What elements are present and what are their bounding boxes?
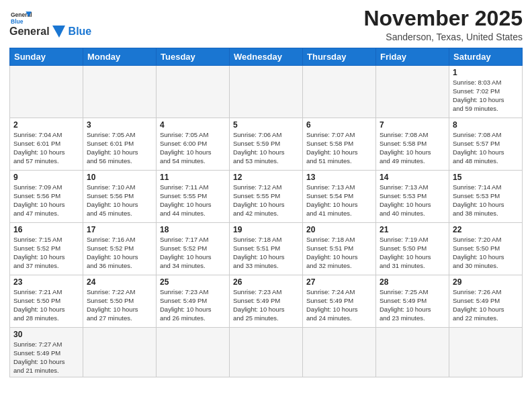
calendar-cell: 13Sunrise: 7:13 AM Sunset: 5:54 PM Dayli… [303,171,376,223]
day-number: 8 [453,120,519,130]
calendar-cell [83,328,157,377]
calendar-cell [10,66,83,118]
day-info: Sunrise: 7:25 AM Sunset: 5:49 PM Dayligh… [380,288,445,322]
day-number: 10 [87,173,152,182]
calendar-cell: 27Sunrise: 7:24 AM Sunset: 5:49 PM Dayli… [303,275,376,328]
header-tuesday: Tuesday [157,48,230,66]
calendar-cell: 25Sunrise: 7:23 AM Sunset: 5:49 PM Dayli… [157,275,230,328]
calendar-cell: 22Sunrise: 7:20 AM Sunset: 5:50 PM Dayli… [449,223,523,275]
calendar-cell [376,66,449,118]
day-info: Sunrise: 7:18 AM Sunset: 5:51 PM Dayligh… [233,236,299,270]
day-number: 15 [453,173,519,182]
day-number: 11 [160,173,226,182]
day-info: Sunrise: 7:24 AM Sunset: 5:49 PM Dayligh… [306,288,372,322]
header-monday: Monday [83,48,157,66]
calendar-cell: 10Sunrise: 7:10 AM Sunset: 5:56 PM Dayli… [83,171,157,223]
calendar-cell: 3Sunrise: 7:05 AM Sunset: 6:01 PM Daylig… [83,118,157,171]
header: General Blue General Blue November 2025 … [9,7,523,42]
day-number: 27 [306,277,372,287]
day-number: 24 [87,277,152,287]
calendar-cell: 5Sunrise: 7:06 AM Sunset: 5:59 PM Daylig… [230,118,303,171]
day-info: Sunrise: 7:05 AM Sunset: 6:01 PM Dayligh… [87,131,152,165]
day-info: Sunrise: 7:17 AM Sunset: 5:52 PM Dayligh… [160,236,226,270]
svg-marker-3 [52,26,65,38]
calendar-cell: 12Sunrise: 7:12 AM Sunset: 5:55 PM Dayli… [230,171,303,223]
day-info: Sunrise: 7:15 AM Sunset: 5:52 PM Dayligh… [13,236,79,270]
calendar-cell: 6Sunrise: 7:07 AM Sunset: 5:58 PM Daylig… [303,118,376,171]
header-thursday: Thursday [303,48,376,66]
month-title: November 2025 [363,7,523,30]
location-subtitle: Sanderson, Texas, United States [363,32,523,42]
logo-general: General [9,26,50,38]
calendar-cell: 2Sunrise: 7:04 AM Sunset: 6:01 PM Daylig… [10,118,83,171]
day-number: 5 [233,120,299,130]
calendar-cell: 9Sunrise: 7:09 AM Sunset: 5:56 PM Daylig… [10,171,83,223]
day-number: 23 [13,277,79,287]
day-info: Sunrise: 7:11 AM Sunset: 5:55 PM Dayligh… [160,183,226,218]
calendar-cell [157,328,230,377]
title-area: November 2025 Sanderson, Texas, United S… [363,7,523,42]
calendar-cell: 26Sunrise: 7:23 AM Sunset: 5:49 PM Dayli… [230,275,303,328]
day-number: 6 [306,120,372,130]
logo: General Blue General Blue [9,9,91,39]
week-row-4: 16Sunrise: 7:15 AM Sunset: 5:52 PM Dayli… [10,223,523,275]
logo-blue: Blue [69,26,92,38]
day-info: Sunrise: 7:21 AM Sunset: 5:50 PM Dayligh… [13,288,79,322]
header-sunday: Sunday [10,48,83,66]
week-row-5: 23Sunrise: 7:21 AM Sunset: 5:50 PM Dayli… [10,275,523,328]
day-number: 16 [13,225,79,234]
calendar-cell: 8Sunrise: 7:08 AM Sunset: 5:57 PM Daylig… [449,118,523,171]
day-number: 30 [13,330,79,339]
day-number: 25 [160,277,226,287]
day-info: Sunrise: 7:26 AM Sunset: 5:49 PM Dayligh… [453,288,519,322]
day-number: 12 [233,173,299,182]
calendar-table: Sunday Monday Tuesday Wednesday Thursday… [9,48,523,377]
day-number: 22 [453,225,519,234]
day-number: 2 [13,120,79,130]
calendar-cell [303,66,376,118]
header-saturday: Saturday [449,48,523,66]
calendar-cell: 29Sunrise: 7:26 AM Sunset: 5:49 PM Dayli… [449,275,523,328]
day-info: Sunrise: 7:09 AM Sunset: 5:56 PM Dayligh… [13,183,79,218]
day-number: 14 [380,173,445,182]
day-number: 29 [453,277,519,287]
day-number: 18 [160,225,226,234]
header-friday: Friday [376,48,449,66]
day-number: 7 [380,120,445,130]
calendar-cell: 20Sunrise: 7:18 AM Sunset: 5:51 PM Dayli… [303,223,376,275]
day-number: 20 [306,225,372,234]
day-info: Sunrise: 7:08 AM Sunset: 5:58 PM Dayligh… [380,131,445,165]
day-info: Sunrise: 7:19 AM Sunset: 5:50 PM Dayligh… [380,236,445,270]
day-number: 13 [306,173,372,182]
day-info: Sunrise: 7:05 AM Sunset: 6:00 PM Dayligh… [160,131,226,165]
calendar-cell: 18Sunrise: 7:17 AM Sunset: 5:52 PM Dayli… [157,223,230,275]
calendar-cell: 7Sunrise: 7:08 AM Sunset: 5:58 PM Daylig… [376,118,449,171]
calendar-cell: 14Sunrise: 7:13 AM Sunset: 5:53 PM Dayli… [376,171,449,223]
calendar-cell [157,66,230,118]
calendar-cell: 17Sunrise: 7:16 AM Sunset: 5:52 PM Dayli… [83,223,157,275]
header-wednesday: Wednesday [230,48,303,66]
day-number: 9 [13,173,79,182]
week-row-3: 9Sunrise: 7:09 AM Sunset: 5:56 PM Daylig… [10,171,523,223]
day-number: 1 [453,68,519,77]
calendar-cell [376,328,449,377]
calendar-cell: 24Sunrise: 7:22 AM Sunset: 5:50 PM Dayli… [83,275,157,328]
calendar-cell: 30Sunrise: 7:27 AM Sunset: 5:49 PM Dayli… [10,328,83,377]
day-number: 3 [87,120,152,130]
calendar-cell [83,66,157,118]
calendar-cell: 15Sunrise: 7:14 AM Sunset: 5:53 PM Dayli… [449,171,523,223]
calendar-cell: 23Sunrise: 7:21 AM Sunset: 5:50 PM Dayli… [10,275,83,328]
day-info: Sunrise: 7:18 AM Sunset: 5:51 PM Dayligh… [306,236,372,270]
day-info: Sunrise: 7:23 AM Sunset: 5:49 PM Dayligh… [233,288,299,322]
day-info: Sunrise: 7:13 AM Sunset: 5:54 PM Dayligh… [306,183,372,218]
day-number: 17 [87,225,152,234]
page: General Blue General Blue November 2025 … [0,0,532,411]
calendar-cell [230,328,303,377]
day-info: Sunrise: 7:14 AM Sunset: 5:53 PM Dayligh… [453,183,519,218]
calendar-cell: 4Sunrise: 7:05 AM Sunset: 6:00 PM Daylig… [157,118,230,171]
day-number: 28 [380,277,445,287]
day-number: 21 [380,225,445,234]
logo-area: General Blue General Blue [9,9,91,39]
calendar-cell [303,328,376,377]
day-info: Sunrise: 7:20 AM Sunset: 5:50 PM Dayligh… [453,236,519,270]
